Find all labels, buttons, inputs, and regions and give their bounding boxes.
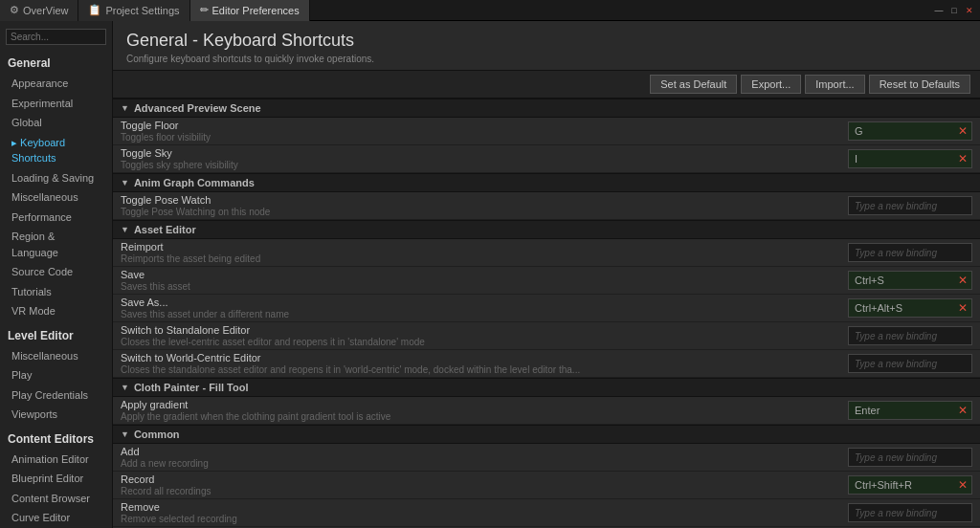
section-arrow-anim-graph: ▼ xyxy=(121,178,129,187)
sidebar-search-container xyxy=(0,25,112,49)
section-cloth-painter[interactable]: ▼ Cloth Painter - Fill Tool xyxy=(113,378,980,397)
shortcut-name-toggle-sky: Toggle Sky xyxy=(121,147,838,159)
sidebar-item-performance[interactable]: Performance xyxy=(0,208,112,228)
sidebar-section-general: General xyxy=(0,49,112,74)
binding-save-as[interactable]: Ctrl+Alt+S ✕ xyxy=(848,298,972,318)
shortcut-apply-gradient: Apply gradient Apply the gradient when t… xyxy=(113,397,980,425)
sidebar-item-miscellaneous-level[interactable]: Miscellaneous xyxy=(0,346,112,366)
tab-overview-label: OverView xyxy=(23,5,68,16)
sidebar-item-loading-saving[interactable]: Loading & Saving xyxy=(0,168,112,188)
set-as-default-button[interactable]: Set as Default xyxy=(650,75,737,94)
section-label-cloth-painter: Cloth Painter - Fill Tool xyxy=(134,382,249,393)
sidebar-item-tutorials[interactable]: Tutorials xyxy=(0,282,112,302)
shortcut-desc-save: Saves this asset xyxy=(121,281,838,292)
shortcut-remove: Remove Remove selected recording Type a … xyxy=(113,499,980,527)
shortcut-name-toggle-pose-watch: Toggle Pose Watch xyxy=(121,194,838,206)
tab-overview[interactable]: ⚙ OverView xyxy=(0,0,78,21)
shortcut-desc-switch-standalone: Closes the level-centric asset editor an… xyxy=(121,337,838,347)
sidebar-item-global[interactable]: Global xyxy=(0,113,112,133)
shortcut-name-reimport: Reimport xyxy=(121,241,838,253)
binding-text-apply-gradient: Enter xyxy=(849,405,954,416)
shortcut-toggle-floor: Toggle Floor Toggles floor visibility G … xyxy=(113,118,980,145)
sidebar-item-keyboard-shortcuts[interactable]: ▸ Keyboard Shortcuts xyxy=(0,133,112,168)
binding-text-record: Ctrl+Shift+R xyxy=(849,479,954,491)
binding-placeholder-toggle-pose-watch: Type a new binding xyxy=(849,201,971,211)
toolbar: Set as Default Export... Import... Reset… xyxy=(113,71,980,99)
binding-remove[interactable]: Type a new binding xyxy=(848,503,972,522)
export-button[interactable]: Export... xyxy=(741,75,801,94)
clear-save[interactable]: ✕ xyxy=(954,272,971,289)
section-common[interactable]: ▼ Common xyxy=(113,425,980,444)
sidebar: General Appearance Experimental Global ▸… xyxy=(0,21,113,528)
shortcut-desc-reimport: Reimports the asset being edited xyxy=(121,253,838,264)
shortcut-toggle-sky: Toggle Sky Toggles sky sphere visibility… xyxy=(113,145,980,173)
sidebar-item-play[interactable]: Play xyxy=(0,365,112,385)
shortcut-desc-switch-world-centric: Closes the standalone asset editor and r… xyxy=(121,364,838,375)
shortcut-switch-world-centric: Switch to World-Centric Editor Closes th… xyxy=(113,350,980,378)
sidebar-item-miscellaneous-general[interactable]: Miscellaneous xyxy=(0,187,112,208)
binding-record[interactable]: Ctrl+Shift+R ✕ xyxy=(848,475,972,495)
clear-apply-gradient[interactable]: ✕ xyxy=(954,402,971,419)
shortcut-name-toggle-floor: Toggle Floor xyxy=(121,120,838,131)
clear-toggle-floor[interactable]: ✕ xyxy=(954,122,971,140)
tabs-container: ⚙ OverView 📋 Project Settings ✏ Editor P… xyxy=(0,0,310,21)
shortcut-desc-apply-gradient: Apply the gradient when the clothing pai… xyxy=(121,411,838,422)
sidebar-item-source-code[interactable]: Source Code xyxy=(0,262,112,282)
tab-project-settings-label: Project Settings xyxy=(105,5,179,16)
project-settings-icon: 📋 xyxy=(88,4,101,16)
binding-switch-standalone[interactable]: Type a new binding xyxy=(848,326,972,345)
reset-to-defaults-button[interactable]: Reset to Defaults xyxy=(869,75,970,94)
sidebar-section-level-editor: Level Editor xyxy=(0,321,112,346)
binding-add[interactable]: Type a new binding xyxy=(848,448,972,467)
section-arrow-advanced-preview: ▼ xyxy=(121,103,129,113)
shortcut-name-switch-world-centric: Switch to World-Centric Editor xyxy=(121,352,838,363)
section-asset-editor[interactable]: ▼ Asset Editor xyxy=(113,220,980,239)
sidebar-item-appearance[interactable]: Appearance xyxy=(0,74,112,94)
binding-placeholder-reimport: Type a new binding xyxy=(849,248,971,258)
sidebar-item-region-language[interactable]: Region & Language xyxy=(0,227,112,262)
shortcut-name-save: Save xyxy=(121,269,838,280)
binding-toggle-sky[interactable]: I ✕ xyxy=(848,149,972,168)
close-button[interactable]: ✕ xyxy=(963,4,976,17)
section-label-asset-editor: Asset Editor xyxy=(134,224,196,235)
sidebar-item-blueprint-editor[interactable]: Blueprint Editor xyxy=(0,469,112,489)
binding-apply-gradient[interactable]: Enter ✕ xyxy=(848,401,972,420)
tab-bar: ⚙ OverView 📋 Project Settings ✏ Editor P… xyxy=(0,0,980,21)
sidebar-item-viewports[interactable]: Viewports xyxy=(0,405,112,425)
section-arrow-cloth-painter: ▼ xyxy=(121,383,129,392)
content-header: General - Keyboard Shortcuts Configure k… xyxy=(113,21,980,71)
shortcut-record: Record Record all recordings Ctrl+Shift+… xyxy=(113,472,980,499)
shortcut-name-apply-gradient: Apply gradient xyxy=(121,399,838,410)
tab-project-settings[interactable]: 📋 Project Settings xyxy=(78,0,189,21)
binding-text-save-as: Ctrl+Alt+S xyxy=(849,302,954,314)
binding-reimport[interactable]: Type a new binding xyxy=(848,243,972,262)
binding-save[interactable]: Ctrl+S ✕ xyxy=(848,271,972,290)
sidebar-item-vr-mode[interactable]: VR Mode xyxy=(0,301,112,321)
sidebar-item-curve-editor[interactable]: Curve Editor xyxy=(0,508,112,528)
binding-switch-world-centric[interactable]: Type a new binding xyxy=(848,354,972,373)
binding-toggle-pose-watch[interactable]: Type a new binding xyxy=(848,196,972,215)
maximize-button[interactable]: □ xyxy=(947,4,961,17)
sidebar-item-content-browser[interactable]: Content Browser xyxy=(0,489,112,509)
shortcut-toggle-pose-watch: Toggle Pose Watch Toggle Pose Watching o… xyxy=(113,192,980,220)
clear-save-as[interactable]: ✕ xyxy=(954,299,971,317)
shortcut-save: Save Saves this asset Ctrl+S ✕ xyxy=(113,267,980,295)
sidebar-item-play-credentials[interactable]: Play Credentials xyxy=(0,385,112,406)
minimize-button[interactable]: — xyxy=(932,4,946,17)
shortcut-switch-standalone: Switch to Standalone Editor Closes the l… xyxy=(113,322,980,350)
section-arrow-asset-editor: ▼ xyxy=(121,225,129,234)
import-button[interactable]: Import... xyxy=(805,75,864,94)
clear-toggle-sky[interactable]: ✕ xyxy=(954,150,971,167)
tab-editor-preferences[interactable]: ✏ Editor Preferences xyxy=(190,0,310,21)
binding-placeholder-add: Type a new binding xyxy=(849,452,971,463)
sidebar-item-experimental[interactable]: Experimental xyxy=(0,94,112,114)
section-anim-graph-commands[interactable]: ▼ Anim Graph Commands xyxy=(113,173,980,192)
search-input[interactable] xyxy=(6,29,106,45)
clear-record[interactable]: ✕ xyxy=(954,476,971,494)
shortcut-name-remove: Remove xyxy=(121,501,838,513)
sidebar-item-animation-editor[interactable]: Animation Editor xyxy=(0,450,112,470)
section-advanced-preview-scene[interactable]: ▼ Advanced Preview Scene xyxy=(113,99,980,118)
shortcut-save-as: Save As... Saves this asset under a diff… xyxy=(113,295,980,322)
binding-toggle-floor[interactable]: G ✕ xyxy=(848,121,972,141)
shortcut-desc-toggle-sky: Toggles sky sphere visibility xyxy=(121,160,838,170)
